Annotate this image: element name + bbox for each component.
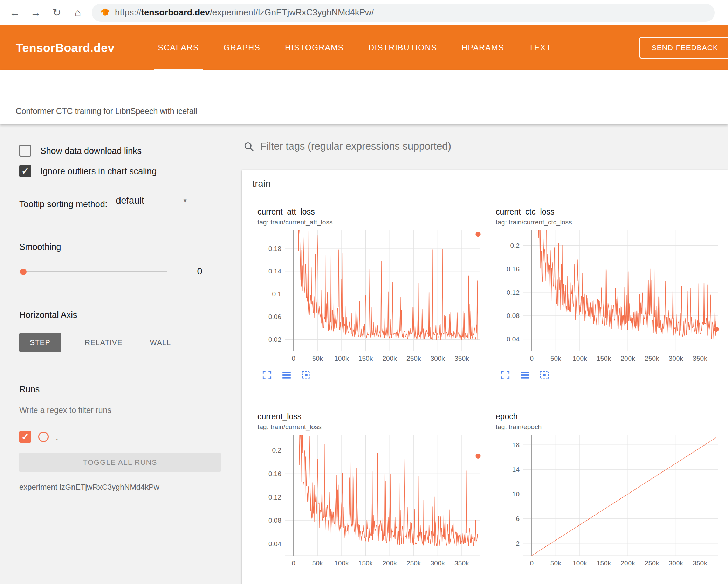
fit-domain-icon[interactable]: [301, 370, 311, 380]
send-feedback-button[interactable]: SEND FEEDBACK: [639, 37, 728, 59]
show-download-links-checkbox[interactable]: [19, 145, 31, 157]
tab-histograms[interactable]: HISTOGRAMS: [283, 25, 345, 70]
svg-text:150k: 150k: [358, 559, 373, 567]
svg-text:0.2: 0.2: [510, 242, 520, 249]
svg-text:350k: 350k: [454, 355, 469, 362]
ignore-outliers-label: Ignore outliers in chart scaling: [40, 166, 157, 176]
chart-current-loss[interactable]: 0.040.080.120.160.2050k100k150k200k250k3…: [257, 432, 482, 572]
divider: [12, 228, 224, 228]
chart-title: current_att_loss: [257, 207, 489, 217]
svg-text:350k: 350k: [693, 559, 707, 567]
filter-tags-input[interactable]: [260, 141, 722, 152]
slider-thumb[interactable]: [20, 269, 27, 275]
app-title: TensorBoard.dev: [16, 41, 115, 55]
experiment-title: Conformer CTC training for LibriSpeech w…: [16, 107, 197, 116]
chart-block-epoch: epoch tag: train/epoch 26101418050k100k1…: [496, 412, 725, 572]
runs-table-icon[interactable]: [281, 370, 292, 380]
svg-text:0: 0: [530, 559, 534, 567]
tab-text[interactable]: TEXT: [527, 25, 552, 70]
tab-graphs[interactable]: GRAPHS: [222, 25, 262, 70]
svg-text:14: 14: [512, 466, 520, 473]
chart-current-ctc-loss[interactable]: 0.040.080.120.160.2050k100k150k200k250k3…: [496, 228, 720, 367]
browser-chrome: ← → ↻ ⌂ https://tensorboard.dev/experime…: [0, 0, 728, 25]
svg-text:0.04: 0.04: [507, 335, 520, 343]
tab-scalars[interactable]: SCALARS: [157, 25, 200, 70]
runs-filter-input[interactable]: [19, 403, 221, 421]
axis-wall-button[interactable]: WALL: [146, 333, 174, 352]
address-bar[interactable]: https://tensorboard.dev/experiment/lzGnE…: [92, 4, 715, 22]
svg-text:0.12: 0.12: [268, 494, 281, 501]
svg-text:150k: 150k: [597, 559, 611, 567]
run-color-swatch: [38, 432, 49, 442]
tab-hparams[interactable]: HPARAMS: [460, 25, 506, 70]
chart-current-att-loss[interactable]: 0.020.060.10.140.18050k100k150k200k250k3…: [257, 228, 482, 367]
runs-table-icon[interactable]: [520, 370, 530, 380]
chart-tag: tag: train/current_loss: [257, 423, 489, 431]
svg-text:200k: 200k: [620, 559, 635, 567]
svg-text:0.1: 0.1: [272, 290, 281, 298]
chart-epoch[interactable]: 26101418050k100k150k200k250k300k350k: [496, 432, 720, 572]
tab-distributions[interactable]: DISTRIBUTIONS: [367, 25, 439, 70]
search-icon: [243, 141, 254, 152]
toggle-all-runs-button[interactable]: TOGGLE ALL RUNS: [19, 453, 221, 472]
ignore-outliers-checkbox[interactable]: ✓: [19, 165, 31, 177]
slider-track[interactable]: [23, 271, 167, 272]
reload-icon[interactable]: ↻: [50, 6, 64, 20]
back-icon[interactable]: ←: [8, 6, 22, 20]
chevron-down-icon: ▼: [183, 198, 188, 204]
main-nav: SCALARS GRAPHS HISTOGRAMS DISTRIBUTIONS …: [157, 25, 553, 70]
svg-text:150k: 150k: [358, 355, 373, 362]
svg-text:300k: 300k: [669, 559, 684, 567]
run-row: ✓ .: [19, 431, 221, 443]
svg-text:0.16: 0.16: [507, 265, 520, 273]
smoothing-value-field[interactable]: 0: [179, 266, 221, 281]
chart-tag: tag: train/current_ctc_loss: [496, 218, 725, 226]
ignore-outliers-row: ✓ Ignore outliers in chart scaling: [19, 165, 221, 177]
expand-chart-icon[interactable]: [262, 370, 272, 380]
smoothing-slider[interactable]: 0: [19, 266, 221, 277]
svg-text:50k: 50k: [550, 559, 561, 567]
axis-relative-button[interactable]: RELATIVE: [81, 333, 126, 352]
url-text: https://tensorboard.dev/experiment/lzGnE…: [115, 7, 374, 18]
tooltip-sorting-value: default: [116, 195, 144, 206]
run-checkbox[interactable]: ✓: [19, 431, 31, 443]
chart-block-current-loss: current_loss tag: train/current_loss 0.0…: [257, 412, 489, 572]
tooltip-sorting-dropdown[interactable]: default ▼: [116, 195, 188, 209]
svg-text:50k: 50k: [550, 355, 561, 362]
chart-title: current_loss: [257, 412, 489, 421]
svg-text:100k: 100k: [334, 559, 349, 567]
axis-step-button[interactable]: STEP: [19, 333, 61, 352]
svg-text:0.08: 0.08: [507, 312, 520, 319]
svg-text:0.02: 0.02: [268, 336, 281, 343]
svg-text:0: 0: [291, 355, 295, 362]
divider: [12, 369, 224, 369]
svg-text:350k: 350k: [693, 355, 707, 362]
chart-title: current_ctc_loss: [496, 207, 725, 217]
svg-text:0: 0: [291, 559, 295, 567]
fit-domain-icon[interactable]: [539, 370, 550, 380]
svg-text:300k: 300k: [431, 559, 445, 567]
svg-text:18: 18: [512, 441, 520, 449]
svg-text:200k: 200k: [620, 355, 635, 362]
chart-toolbar: [257, 370, 489, 380]
svg-text:100k: 100k: [572, 559, 587, 567]
expand-chart-icon[interactable]: [500, 370, 510, 380]
svg-text:50k: 50k: [312, 355, 323, 362]
svg-text:300k: 300k: [669, 355, 684, 362]
run-name: .: [56, 432, 59, 442]
svg-text:0: 0: [530, 355, 534, 362]
tooltip-sorting-label: Tooltip sorting method:: [19, 199, 108, 209]
settings-sidebar: Show data download links ✓ Ignore outlie…: [0, 124, 231, 584]
svg-text:0.2: 0.2: [272, 447, 281, 454]
home-icon[interactable]: ⌂: [71, 6, 85, 20]
runs-label: Runs: [19, 384, 221, 394]
chart-title: epoch: [496, 412, 725, 421]
experiment-id-caption: experiment lzGnETjwRxC3yghNMd4kPw: [19, 483, 221, 492]
divider: [12, 296, 224, 296]
svg-text:300k: 300k: [431, 355, 445, 362]
forward-icon[interactable]: →: [29, 6, 43, 20]
svg-text:0.12: 0.12: [507, 289, 520, 296]
tag-group-title[interactable]: train: [242, 170, 728, 198]
show-download-links-row: Show data download links: [19, 145, 221, 157]
svg-text:0.06: 0.06: [268, 313, 281, 320]
